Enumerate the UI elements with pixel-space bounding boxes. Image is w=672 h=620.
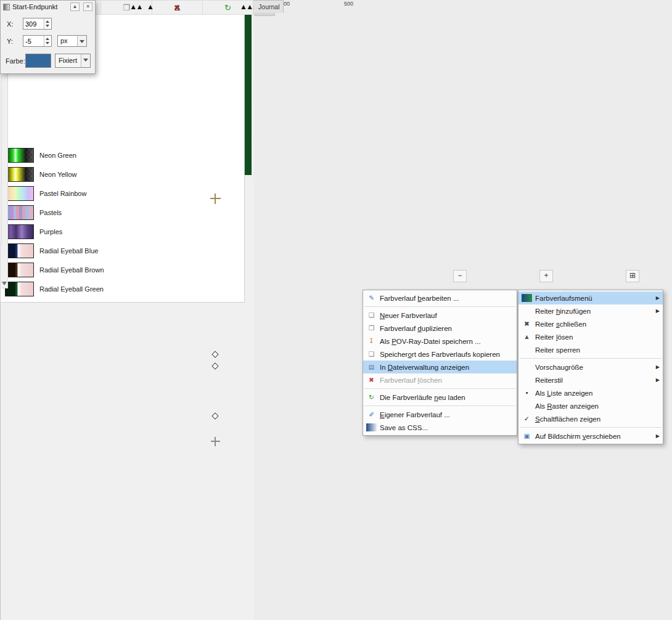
y-label: Y: [7, 38, 13, 45]
menu-item[interactable]: ↧ Als POV-Ray-Datei speichern ... [363, 335, 517, 348]
endpoint-color-swatch[interactable] [25, 54, 51, 68]
gradient-name: Purples [39, 228, 62, 235]
close-icon[interactable]: ✕ [83, 2, 92, 11]
menu-item[interactable]: ✓ Schaltflächen zeigen [518, 412, 663, 425]
menu-item-icon: ▲ [522, 333, 532, 341]
gradient-list-item[interactable]: Radial Eyeball Brown [1, 260, 244, 279]
spinner-arrows[interactable] [44, 36, 51, 46]
gradient-name: Radial Eyeball Green [39, 285, 104, 293]
menu-item-label: Als Liste anzeigen [535, 390, 592, 397]
gradient-thumbnail [5, 205, 34, 220]
dialog-title: Start-Endpunkt [12, 3, 67, 10]
gradient-name: Pastels [39, 209, 62, 216]
gradient-thumbnail [5, 167, 34, 182]
menu-item[interactable]: ▤ In Dateiverwaltung anzeigen [363, 361, 517, 373]
submenu-arrow-icon: ▶ [656, 308, 660, 314]
zoom-fit-button[interactable]: ⊞ [626, 270, 639, 282]
gradient-thumbnail [5, 224, 34, 239]
gradient-start-handle[interactable] [215, 194, 216, 204]
menu-item-icon: ▤ [366, 363, 377, 371]
menu-item[interactable]: ✎ Farbverlauf bearbeiten ... [363, 292, 517, 304]
menu-item[interactable]: ▣ Auf Bildschirm verschieben ▶ [518, 430, 663, 443]
menu-item-icon: ✓ [522, 415, 532, 423]
menu-item-icon: ↻ [366, 393, 377, 401]
gradient-stop-marker[interactable]: ▲ [136, 3, 143, 10]
gradient-list-item[interactable]: Pastels [1, 203, 244, 222]
ruler-label: 500 [344, 1, 353, 7]
gradient-name: Neon Yellow [39, 171, 77, 178]
gradient-name: Pastel Rainbow [39, 190, 86, 197]
gimp-window: 0 100 200 300 400 500 ⊡ ✥ Star [0, 0, 672, 620]
menu-item[interactable]: Reiterstil ▶ [518, 373, 663, 386]
gradient-name: Radial Eyeball Blue [39, 247, 98, 255]
menu-item-label: Save as CSS... [380, 424, 428, 431]
gradient-list-item[interactable]: Neon Green [1, 145, 244, 165]
menu-item-icon: ✖ [366, 376, 377, 384]
detach-icon[interactable]: ▲ [70, 2, 80, 11]
menu-item[interactable] [518, 425, 663, 430]
zoom-in-button[interactable]: + [539, 270, 553, 282]
gradient-stop-marker[interactable]: ▲ [147, 3, 154, 10]
gradient-context-menu: ✎ Farbverlauf bearbeiten ... ❏ Neuer Far… [363, 290, 517, 436]
gradient-stop-marker[interactable]: ▲ [246, 3, 253, 10]
submenu-arrow-icon: ▶ [656, 364, 660, 370]
menu-item[interactable]: ❐ Farbverlauf duplizieren [363, 322, 517, 335]
menu-item-icon [366, 423, 377, 431]
gradient-stop-marker[interactable]: △ [174, 3, 180, 10]
menu-item[interactable] [518, 356, 663, 361]
gradient-list-item[interactable]: Neon Yellow [1, 165, 244, 184]
menu-item[interactable] [363, 404, 517, 408]
unit-value: px [60, 37, 68, 44]
menu-item-label: Neuer Farbverlauf [380, 312, 437, 319]
menu-item[interactable]: ❑ Speicherort des Farbverlaufs kopieren [363, 348, 517, 361]
menu-item-label: Farbverlaufsmenü [535, 295, 592, 302]
menu-item-icon: ↧ [366, 337, 377, 345]
spinner-arrows[interactable] [44, 18, 51, 29]
menu-item-label: Reiter lösen [535, 333, 573, 341]
menu-item[interactable] [363, 304, 517, 309]
gradient-list-item[interactable]: Purples [1, 222, 244, 241]
menu-item[interactable]: ✐ Eigener Farbverlauf ... [363, 408, 517, 421]
menu-item[interactable] [363, 386, 517, 391]
menu-item-label: Farbverlauf löschen [380, 377, 442, 384]
chevron-down-icon[interactable] [81, 54, 90, 67]
dialog-titlebar[interactable]: Start-Endpunkt ▲ ✕ [1, 1, 95, 13]
menu-item[interactable]: Reiter hinzufügen ▶ [518, 304, 663, 317]
action-button[interactable]: ❐ [101, 0, 152, 15]
menu-item[interactable]: Als Raster anzeigen [518, 399, 663, 412]
menu-item-label: Auf Bildschirm verschieben [535, 433, 621, 440]
y-spinbox[interactable] [23, 35, 52, 47]
menu-item-icon: ❐ [366, 324, 377, 332]
menu-item[interactable]: ✖ Farbverlauf löschen [363, 373, 517, 386]
unit-dropdown[interactable]: px [57, 35, 87, 47]
menu-item-icon: ❑ [366, 350, 377, 358]
menu-item-label: Reiter hinzufügen [535, 308, 591, 315]
menu-item[interactable]: ▲ Reiter lösen [518, 330, 663, 343]
gradient-thumbnail [5, 282, 34, 296]
menu-item-label: Farbverlauf bearbeiten ... [380, 295, 459, 302]
chevron-down-icon[interactable] [77, 36, 86, 46]
menu-item[interactable]: ❏ Neuer Farbverlauf [363, 309, 517, 322]
menu-item[interactable]: ↻ Die Farbverläufe neu laden [363, 391, 517, 404]
x-spinbox[interactable] [23, 18, 52, 30]
menu-item[interactable]: Save as CSS... [363, 421, 517, 434]
gradient-list-item[interactable]: Radial Eyeball Blue [1, 241, 244, 260]
gradient-list-item[interactable]: Radial Eyeball Green [1, 279, 244, 298]
menu-item[interactable]: Reiter sperren [518, 343, 663, 356]
menu-item[interactable]: • Als Liste anzeigen [518, 386, 663, 399]
menu-item-label: Als POV-Ray-Datei speichern ... [380, 338, 481, 345]
gradient-end-handle[interactable] [215, 437, 216, 446]
menu-item[interactable]: ✖ Reiter schließen [518, 317, 663, 330]
menu-item[interactable]: Vorschaugröße ▶ [518, 361, 663, 373]
color-mode-dropdown[interactable]: Fixiert [55, 54, 91, 68]
submenu-arrow-icon: ▶ [656, 433, 660, 439]
menu-item-icon: ❏ [366, 311, 377, 319]
gradient-thumbnail [5, 263, 34, 277]
menu-item-icon [522, 363, 532, 371]
submenu-arrow-icon: ▶ [656, 295, 660, 301]
menu-item[interactable]: Farbverlaufsmenü ▶ [518, 292, 663, 304]
gradient-thumbnail [5, 243, 34, 258]
scroll-down-icon[interactable] [2, 282, 7, 285]
zoom-out-button[interactable]: − [453, 270, 467, 282]
gradient-list-item[interactable]: Pastel Rainbow [1, 184, 244, 203]
